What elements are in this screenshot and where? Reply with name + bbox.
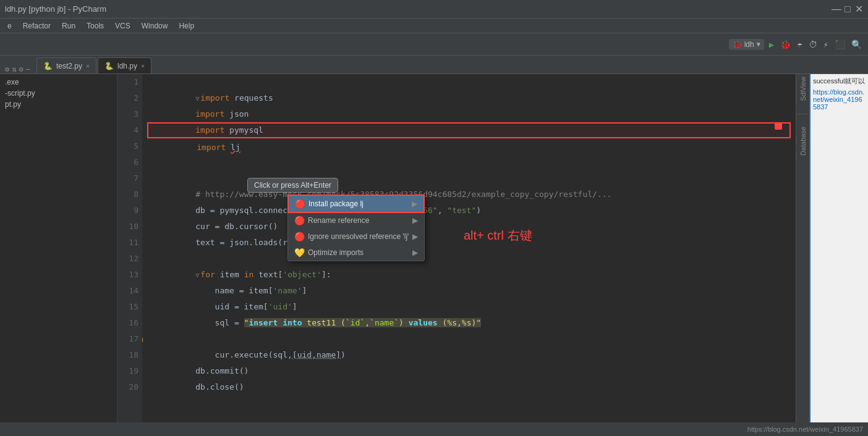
browser-panel: successful就可以 https://blog.csdn.net/weix…: [809, 74, 868, 436]
ignore-unresolved-label: Ignore unresolved reference 'lj': [308, 232, 409, 241]
tab-test2py[interactable]: 🐍 test2.py ✕: [36, 57, 96, 73]
sidebar-divider: [798, 114, 809, 114]
menu-ignore-unresolved[interactable]: 🔴 Ignore unresolved reference 'lj' ▶: [288, 228, 424, 245]
settings-icon[interactable]: ⚙: [5, 65, 9, 73]
database-label[interactable]: Database: [799, 127, 807, 156]
debug-icon[interactable]: 🐞: [779, 38, 792, 51]
toolbar: 🐞 ldh ▼ ▶ 🐞 ☂ ⏱ ⚡ ⬛ 🔍: [0, 33, 868, 56]
code-area: 1 2 3 4 5 6 7 8 9 10 11 12 13 14 15 16 1…: [117, 74, 796, 436]
run-config[interactable]: 🐞 ldh ▼: [729, 39, 764, 50]
optimize-imports-arrow: ▶: [412, 248, 418, 257]
browser-url-text: https://blog.csdn.net/weixin_41965837: [813, 88, 866, 111]
install-pkg-label: Install package lj: [308, 199, 364, 208]
tab-ldhpy-icon: 🐍: [104, 62, 114, 70]
menu-item-e[interactable]: e: [2, 20, 17, 31]
sidebar-item-script[interactable]: -script.py: [0, 88, 117, 99]
left-sidebar: .exe -script.py pt.py: [0, 74, 117, 436]
install-pkg-arrow: ▶: [412, 199, 417, 208]
sidebar-item-exe[interactable]: .exe: [0, 77, 117, 88]
stop-icon[interactable]: ⬛: [833, 38, 846, 51]
right-sidebar: SdlView Database: [796, 74, 809, 436]
tab-bar: ⚙ ⇅ ⚙ — 🐍 test2.py ✕ 🐍 ldh.py ✕: [0, 56, 868, 74]
menu-rename-reference[interactable]: 🔴 Rename reference ▶: [288, 212, 424, 228]
title-bar-left: ldh.py [python jb] - PyCharm: [5, 4, 106, 14]
menu-item-tools[interactable]: Tools: [82, 20, 109, 31]
tab-ldhpy-close[interactable]: ✕: [141, 62, 145, 69]
code-line-6: [147, 154, 791, 170]
tooltip-bubble: Click or press Alt+Enter: [247, 178, 338, 193]
code-content[interactable]: ▽import requests import json import pymy…: [142, 74, 796, 436]
code-line-7: # http://www.easy-mock.com/mock/5c38583c…: [147, 170, 791, 187]
context-menu: 🔴 Install package lj ▶ 🔴 Rename referenc…: [287, 195, 425, 261]
browser-success-text: successful就可以: [813, 77, 866, 86]
title-bar-controls: — □ ✕: [832, 5, 863, 14]
title-bar: ldh.py [python jb] - PyCharm — □ ✕: [0, 0, 868, 19]
code-line-2: import json: [147, 90, 791, 106]
menu-install-package[interactable]: 🔴 Install package lj ▶: [287, 195, 425, 213]
menu-item-refactor[interactable]: Refactor: [18, 20, 56, 31]
sdlview-label[interactable]: SdlView: [799, 77, 807, 101]
maximize-button[interactable]: □: [843, 5, 852, 14]
search-toolbar-icon[interactable]: 🔍: [850, 38, 863, 51]
run-config-label: ldh: [744, 40, 754, 49]
menu-item-run[interactable]: Run: [57, 20, 80, 31]
run-icon[interactable]: ▶: [768, 38, 775, 51]
window-title: ldh.py [python jb] - PyCharm: [5, 4, 106, 14]
minimize-button[interactable]: —: [832, 5, 841, 14]
menu-item-vcs[interactable]: VCS: [110, 20, 135, 31]
sidebar-item-pt[interactable]: pt.py: [0, 99, 117, 110]
ignore-unresolved-arrow: ▶: [412, 232, 418, 241]
browser-content: successful就可以 https://blog.csdn.net/weix…: [811, 74, 868, 113]
code-line-16: 🔒 cur.execute(sql,[uid,name]): [147, 315, 791, 331]
rename-ref-arrow: ▶: [412, 216, 418, 225]
tab-test2py-label: test2.py: [56, 62, 82, 70]
menu-item-window[interactable]: Window: [137, 20, 173, 31]
status-url: https://blog.csdn.net/weixin_41965837: [747, 426, 863, 433]
tab-ldhpy-label: ldh.py: [117, 62, 137, 70]
status-bar: https://blog.csdn.net/weixin_41965837: [0, 422, 868, 436]
menu-optimize-imports[interactable]: 💛 Optimize imports ▶: [288, 245, 424, 261]
install-pkg-icon: 🔴: [295, 199, 305, 209]
error-indicator: [775, 122, 782, 130]
tab-test2py-icon: 🐍: [43, 62, 53, 70]
code-line-5: [147, 138, 791, 154]
code-editor: 1 2 3 4 5 6 7 8 9 10 11 12 13 14 15 16 1…: [117, 74, 796, 436]
close-button[interactable]: ✕: [854, 5, 863, 14]
optimize-imports-label: Optimize imports: [308, 248, 364, 257]
ignore-unresolved-icon: 🔴: [294, 232, 304, 241]
concurrency-icon[interactable]: ⚡: [822, 38, 830, 51]
rename-ref-icon: 🔴: [294, 216, 304, 225]
gear-icon[interactable]: ⚙: [19, 65, 23, 73]
coverage-icon[interactable]: ☂: [796, 38, 803, 51]
tab-ldhpy[interactable]: 🐍 ldh.py ✕: [98, 57, 151, 73]
tab-bar-left-controls: ⚙ ⇅ ⚙ —: [5, 65, 30, 73]
profile-icon[interactable]: ⏱: [807, 38, 819, 51]
line-numbers: 1 2 3 4 5 6 7 8 9 10 11 12 13 14 15 16 1…: [117, 74, 142, 436]
split-icon[interactable]: ⇅: [12, 65, 16, 73]
menu-item-help[interactable]: Help: [174, 20, 199, 31]
optimize-imports-icon: 💛: [294, 248, 304, 258]
code-line-12: ▽for item in text['object']:: [147, 251, 791, 267]
minimize-editor-icon[interactable]: —: [26, 65, 30, 73]
rename-ref-label: Rename reference: [308, 216, 369, 225]
annotation-text: alt+ ctrl 右键: [464, 227, 532, 244]
code-line-1: ▽import requests: [147, 74, 791, 90]
menu-bar: e Refactor Run Tools VCS Window Help: [0, 19, 868, 33]
tooltip-text: Click or press Alt+Enter: [254, 181, 331, 190]
tab-test2py-close[interactable]: ✕: [86, 62, 90, 69]
code-line-17: [147, 331, 791, 347]
main-layout: .exe -script.py pt.py 1 2 3 4 5 6 7 8 9 …: [0, 74, 868, 436]
